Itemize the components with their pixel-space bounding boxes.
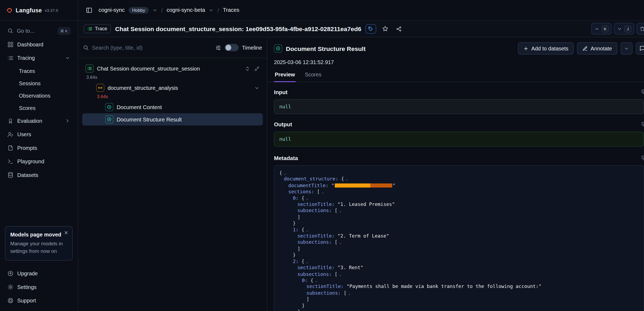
sidebar-subitem-label: Scores bbox=[19, 105, 35, 111]
sidebar-item-evaluation[interactable]: Evaluation bbox=[3, 114, 74, 127]
sidebar-item-label: Datasets bbox=[17, 172, 38, 178]
event-badge-icon bbox=[105, 103, 114, 111]
tree-root-label: Chat Session document_structure_session bbox=[97, 65, 200, 72]
output-section-header: Output bbox=[274, 120, 644, 129]
collapse-chevron-icon[interactable]: ⌄ bbox=[306, 228, 308, 232]
breadcrumb-environment[interactable]: cogni-sync-beta bbox=[167, 7, 205, 13]
json-key: document_structure: bbox=[284, 176, 341, 182]
star-button[interactable] bbox=[380, 24, 390, 34]
tree-search-input[interactable] bbox=[92, 45, 212, 51]
sidebar-item-users[interactable]: Users bbox=[3, 128, 74, 140]
span-collapse-control bbox=[254, 85, 259, 91]
collapse-chevron-icon[interactable]: ⌄ bbox=[306, 259, 308, 264]
chevron-down-icon[interactable] bbox=[254, 85, 259, 91]
sidebar-toggle-button[interactable] bbox=[83, 4, 95, 16]
span-label: document_structure_analysis bbox=[108, 85, 178, 91]
close-icon[interactable] bbox=[64, 230, 68, 235]
collapse-chevron-icon[interactable]: ⌄ bbox=[339, 240, 342, 245]
breadcrumb-separator: / bbox=[161, 6, 163, 13]
breadcrumb-page[interactable]: Traces bbox=[223, 7, 239, 13]
sidebar-item-sessions[interactable]: Sessions bbox=[6, 77, 71, 89]
trash-icon bbox=[639, 26, 644, 31]
sidebar-item-observations[interactable]: Observations bbox=[6, 90, 71, 102]
json-key: 0: bbox=[293, 195, 301, 201]
collapse-chevron-icon[interactable]: ⌄ bbox=[315, 278, 317, 283]
json-line: 0: {⌄ bbox=[279, 277, 639, 284]
sidebar-nav: Go to... ⌘ K Dashboard Tracing Traces S bbox=[0, 21, 78, 182]
collapse-rows-icon[interactable] bbox=[254, 66, 259, 71]
breadcrumb-project[interactable]: cogni-sync bbox=[98, 7, 125, 13]
sidebar-item-settings[interactable]: Settings bbox=[3, 281, 74, 293]
redaction-bar bbox=[335, 184, 392, 188]
sidebar-item-prompts[interactable]: Prompts bbox=[3, 142, 74, 154]
sidebar-item-dashboard[interactable]: Dashboard bbox=[3, 38, 74, 50]
detail-tabs: Preview Scores bbox=[267, 69, 644, 82]
preview-scroll-area: Input null Output null bbox=[267, 82, 644, 311]
prev-trace-button[interactable]: K bbox=[591, 23, 612, 35]
goto-search[interactable]: Go to... ⌘ K bbox=[3, 25, 74, 37]
sidebar-item-upgrade[interactable]: Upgrade bbox=[3, 267, 74, 279]
copy-icon[interactable] bbox=[639, 153, 644, 162]
json-line: } bbox=[279, 303, 639, 309]
collapse-chevron-icon[interactable]: ⌄ bbox=[348, 291, 351, 295]
annotate-dropdown-button[interactable] bbox=[621, 42, 632, 55]
comments-button[interactable] bbox=[636, 42, 644, 55]
observation-detail-pane: Document Structure Result Add to dataset… bbox=[267, 37, 644, 311]
brand-name: Langfuse bbox=[16, 7, 42, 13]
tree-row-trace-root[interactable]: Chat Session document_structure_session bbox=[82, 62, 263, 75]
copy-icon[interactable] bbox=[639, 87, 644, 97]
share-button[interactable] bbox=[394, 24, 404, 34]
unfold-rows-icon[interactable] bbox=[245, 66, 250, 71]
json-punct: { bbox=[301, 258, 304, 264]
collapse-chevron-icon[interactable]: ⌄ bbox=[284, 171, 286, 175]
sidebar-footer: Models page moved Manage your models in … bbox=[0, 226, 78, 311]
collapse-chevron-icon[interactable]: ⌄ bbox=[339, 209, 342, 213]
add-to-datasets-button[interactable]: Add to datasets bbox=[518, 42, 574, 55]
event-badge-icon bbox=[274, 44, 282, 53]
json-line: subsections: [⌄ bbox=[279, 271, 639, 277]
collapse-chevron-icon[interactable]: ⌄ bbox=[321, 190, 324, 194]
copy-icon[interactable] bbox=[639, 120, 644, 129]
sidebar-item-playground[interactable]: Playground bbox=[3, 155, 74, 168]
observation-tree: Chat Session document_structure_session … bbox=[78, 58, 267, 129]
delete-trace-button[interactable] bbox=[636, 23, 644, 35]
collapse-chevron-icon[interactable]: ⌄ bbox=[339, 272, 342, 276]
trace-content: Timeline Chat Session document_structure… bbox=[78, 37, 644, 311]
timeline-toggle[interactable] bbox=[225, 44, 239, 51]
tree-row-event-document-content[interactable]: Document Content bbox=[82, 101, 263, 113]
annotate-button[interactable]: Annotate bbox=[577, 42, 617, 55]
json-key: sectionTitle: bbox=[297, 265, 338, 270]
sidebar-item-tracing[interactable]: Tracing bbox=[3, 52, 74, 64]
pencil-icon bbox=[582, 46, 588, 51]
tag-button[interactable] bbox=[365, 24, 376, 34]
next-trace-button[interactable]: J bbox=[614, 23, 634, 35]
filter-sliders-icon[interactable] bbox=[215, 45, 222, 51]
timeline-toggle-label: Timeline bbox=[242, 45, 262, 51]
langfuse-app: Langfuse v3.37.0 Go to... ⌘ K Dashboard bbox=[0, 0, 644, 311]
json-string-value: "1. Leased Premises" bbox=[338, 202, 395, 207]
sidebar-item-support[interactable]: Support bbox=[3, 294, 74, 306]
sidebar-item-scores[interactable]: Scores bbox=[6, 102, 71, 114]
chevron-down-icon bbox=[624, 46, 629, 51]
app-logo[interactable]: Langfuse v3.37.0 bbox=[0, 0, 78, 21]
collapse-chevron-icon[interactable]: ⌄ bbox=[306, 196, 308, 201]
json-key: sectionTitle: bbox=[297, 233, 338, 239]
trace-type-badge[interactable]: Trace bbox=[84, 24, 111, 33]
chevron-down-icon[interactable] bbox=[152, 8, 157, 12]
json-line: } bbox=[279, 220, 639, 227]
collapse-chevron-icon[interactable]: ⌄ bbox=[346, 177, 348, 182]
json-line: ] bbox=[279, 309, 639, 311]
tab-scores[interactable]: Scores bbox=[304, 69, 322, 82]
detail-actions: Add to datasets Annotate bbox=[518, 42, 644, 55]
json-quote: " bbox=[393, 183, 396, 188]
tree-row-span[interactable]: document_structure_analysis bbox=[82, 82, 263, 94]
upgrade-icon bbox=[8, 270, 14, 276]
tree-row-event-document-structure-result[interactable]: Document Structure Result bbox=[82, 113, 263, 125]
sidebar-item-datasets[interactable]: Datasets bbox=[3, 169, 74, 181]
gear-icon bbox=[8, 284, 14, 290]
trace-title: Chat Session document_structure_session:… bbox=[115, 25, 361, 32]
sidebar-item-traces[interactable]: Traces bbox=[6, 65, 71, 77]
json-key: 0: bbox=[302, 277, 310, 283]
chevron-down-icon[interactable] bbox=[209, 8, 214, 12]
tab-preview[interactable]: Preview bbox=[274, 69, 296, 82]
